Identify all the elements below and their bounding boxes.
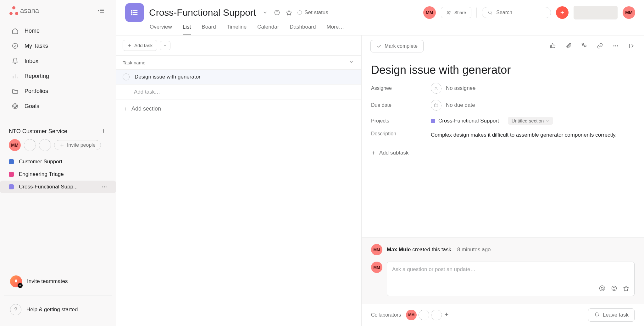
user-avatar-button[interactable]: MM: [623, 6, 635, 19]
mark-complete-label: Mark complete: [385, 43, 418, 49]
copy-link-button[interactable]: [597, 43, 604, 50]
omni-add-button[interactable]: [556, 6, 569, 19]
assignee-value-button[interactable]: No assignee: [431, 83, 476, 94]
section-chip[interactable]: Untitled section: [508, 117, 553, 125]
project-title-actions: Set status: [262, 9, 328, 16]
svg-point-50: [601, 287, 603, 290]
collaborator-avatars: MM: [406, 310, 451, 320]
project-header: Cross-Functional Support Set status MM S…: [116, 0, 644, 22]
description-text[interactable]: Complex design makes it difficult to ass…: [431, 131, 617, 139]
project-title[interactable]: Cross-Functional Support: [149, 7, 256, 18]
add-collaborator-button[interactable]: [444, 312, 451, 318]
check-icon: [376, 44, 381, 49]
avatar[interactable]: MM: [406, 310, 417, 320]
project-member-avatar[interactable]: MM: [423, 6, 436, 19]
star-project-button[interactable]: [286, 9, 292, 16]
more-horizontal-icon: [102, 184, 107, 190]
activity-actor[interactable]: Max Mule: [387, 247, 411, 253]
like-button[interactable]: [550, 43, 557, 50]
comment-input[interactable]: Ask a question or post an update…: [387, 262, 635, 296]
divider: [0, 267, 116, 267]
mention-button[interactable]: [599, 285, 605, 291]
avatar[interactable]: MM: [371, 262, 382, 273]
project-item-cross-functional-support[interactable]: Cross-Functional Supp...: [0, 181, 116, 193]
share-button[interactable]: Share: [441, 7, 471, 18]
task-title[interactable]: Design issue with generator: [362, 57, 644, 80]
add-task-inline[interactable]: Add task…: [116, 84, 361, 100]
add-task-button[interactable]: Add task: [123, 40, 157, 51]
star-comment-button[interactable]: [623, 285, 629, 291]
workspace-header[interactable]: NTO Customer Service: [0, 124, 116, 138]
collapse-sidebar-button[interactable]: [97, 6, 107, 16]
emoji-button[interactable]: [611, 285, 617, 291]
avatar[interactable]: MM: [9, 139, 21, 151]
upgrade-placeholder[interactable]: [574, 6, 618, 19]
add-collaborator-slot[interactable]: [431, 310, 442, 320]
svg-rect-44: [435, 104, 438, 107]
add-to-workspace-button[interactable]: [100, 128, 107, 135]
add-collaborator-slot[interactable]: [419, 310, 429, 320]
more-horizontal-icon: [613, 43, 619, 49]
nav-portfolios[interactable]: Portfolios: [4, 84, 112, 99]
content-split: Add task Task name Design issue with gen…: [116, 35, 644, 326]
project-item-more-button[interactable]: [102, 184, 107, 190]
add-task-more-button[interactable]: [160, 41, 170, 50]
add-subtask-button[interactable]: Add subtask: [362, 147, 644, 159]
set-status-label: Set status: [304, 9, 328, 16]
tab-board[interactable]: Board: [202, 21, 216, 35]
nav-home[interactable]: Home: [4, 23, 112, 38]
add-member-slot[interactable]: [39, 139, 51, 151]
tab-timeline[interactable]: Timeline: [227, 21, 247, 35]
task-row[interactable]: Design issue with generator: [116, 70, 361, 84]
project-item-customer-support[interactable]: Customer Support: [0, 155, 116, 168]
project-chip[interactable]: Cross-Functional Support: [431, 118, 499, 124]
tab-list[interactable]: List: [183, 21, 191, 35]
column-menu-button[interactable]: [349, 59, 355, 66]
nav-inbox[interactable]: Inbox: [4, 53, 112, 68]
svg-point-53: [615, 288, 615, 288]
global-search[interactable]: [482, 7, 551, 18]
project-tile-icon[interactable]: [125, 3, 144, 22]
close-details-button[interactable]: [628, 43, 635, 50]
invite-teammates-button[interactable]: + Invite teammates: [4, 271, 112, 292]
plus-icon: [127, 43, 132, 48]
nav-reporting[interactable]: Reporting: [4, 68, 112, 84]
invite-people-label: Invite people: [67, 142, 96, 148]
set-status-button[interactable]: Set status: [297, 9, 328, 16]
project-info-button[interactable]: [274, 9, 280, 16]
plus-icon: [371, 150, 376, 155]
due-date-value-button[interactable]: No due date: [431, 100, 475, 111]
nav-goals[interactable]: Goals: [4, 99, 112, 114]
avatar[interactable]: MM: [371, 244, 382, 255]
activity-timestamp: 8 minutes ago: [457, 247, 491, 253]
project-item-engineering-triage[interactable]: Engineering Triage: [0, 168, 116, 181]
star-icon: [623, 285, 629, 291]
column-header-row: Task name: [116, 55, 361, 70]
tab-dashboard[interactable]: Dashboard: [290, 21, 316, 35]
svg-point-41: [617, 45, 618, 46]
nav-label: Reporting: [25, 73, 49, 79]
comment-composer: MM Ask a question or post an update…: [362, 258, 644, 304]
add-section-button[interactable]: Add section: [116, 100, 361, 118]
nav-my-tasks[interactable]: My Tasks: [4, 38, 112, 53]
tab-calendar[interactable]: Calendar: [257, 21, 279, 35]
add-member-slot[interactable]: [24, 139, 36, 151]
tab-overview[interactable]: Overview: [150, 21, 172, 35]
subtask-icon: [581, 43, 587, 49]
search-input[interactable]: [496, 10, 545, 15]
invite-people-button[interactable]: Invite people: [54, 140, 101, 150]
project-name: Cross-Functional Supp...: [19, 184, 78, 190]
tab-more[interactable]: More…: [326, 21, 344, 35]
svg-point-20: [131, 10, 132, 11]
subtasks-button[interactable]: [581, 43, 588, 50]
more-actions-button[interactable]: [613, 43, 619, 50]
asana-logo[interactable]: asana: [9, 6, 39, 15]
column-task-name[interactable]: Task name: [123, 60, 146, 65]
svg-point-25: [277, 11, 277, 12]
project-title-dropdown[interactable]: [262, 9, 269, 16]
attach-button[interactable]: [565, 43, 572, 50]
complete-checkbox[interactable]: [123, 73, 130, 80]
mark-complete-button[interactable]: Mark complete: [370, 40, 424, 52]
leave-task-button[interactable]: Leave task: [588, 308, 635, 322]
help-button[interactable]: ? Help & getting started: [4, 300, 112, 320]
